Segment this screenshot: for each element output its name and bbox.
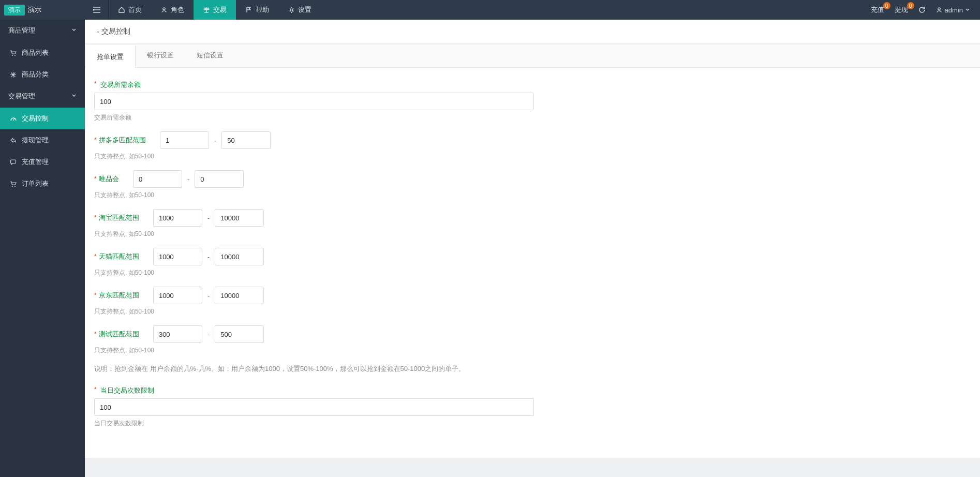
- top-header: 演示 演示 首页角色交易帮助设置 充值 0 提现 0: [0, 0, 980, 20]
- sidebar-item-0-0[interactable]: 商品列表: [0, 42, 85, 64]
- tab-1[interactable]: 银行设置: [136, 44, 185, 67]
- range-min-input[interactable]: [153, 248, 202, 265]
- breadcrumb: » 交易控制: [85, 20, 980, 44]
- range-row-2: *淘宝匹配范围 -只支持整点, 如50-100: [94, 209, 645, 238]
- range-separator: -: [207, 214, 210, 222]
- chevron-down-icon: [71, 28, 77, 33]
- tabs-bar: 抢单设置银行设置短信设置: [85, 44, 980, 68]
- range-min-input[interactable]: [153, 209, 202, 227]
- sidebar-collapse-button[interactable]: [85, 0, 109, 20]
- breadcrumb-chevron-icon: »: [96, 28, 98, 35]
- range-max-input[interactable]: [215, 248, 264, 265]
- nav-item-label: 首页: [128, 5, 142, 14]
- form-area: * 交易所需余额 交易所需余额 *拼多多匹配范围 -只支持整点, 如50-100…: [85, 68, 654, 458]
- content-panel: 抢单设置银行设置短信设置 * 交易所需余额 交易所需余额 *拼多多匹配范围 -只…: [85, 44, 980, 458]
- range-label: 拼多多匹配范围: [99, 136, 146, 145]
- svg-point-6: [12, 186, 13, 187]
- range-min-input[interactable]: [160, 131, 209, 149]
- range-help: 只支持整点, 如50-100: [94, 191, 645, 200]
- chat-icon: [9, 158, 17, 166]
- required-star: *: [94, 80, 97, 87]
- sidebar-item-label: 充值管理: [22, 157, 49, 167]
- refresh-icon: [918, 6, 926, 13]
- range-label: 测试匹配范围: [99, 330, 139, 339]
- range-label: 天猫匹配范围: [99, 252, 139, 261]
- svg-point-1: [290, 9, 292, 11]
- tab-2[interactable]: 短信设置: [185, 44, 235, 67]
- daily-limit-label: 当日交易次数限制: [100, 386, 154, 395]
- sidebar-item-label: 商品列表: [22, 48, 49, 57]
- required-star: *: [94, 175, 97, 183]
- range-help: 只支持整点, 如50-100: [94, 230, 645, 238]
- nav-item-label: 帮助: [256, 5, 269, 14]
- svg-point-0: [163, 8, 165, 10]
- range-max-input[interactable]: [221, 131, 271, 149]
- range-max-input[interactable]: [215, 209, 264, 227]
- top-nav: 首页角色交易帮助设置: [109, 0, 321, 20]
- nav-item-1[interactable]: 角色: [151, 0, 194, 20]
- range-separator: -: [187, 175, 189, 183]
- range-row-5: *测试匹配范围 -只支持整点, 如50-100: [94, 325, 645, 355]
- range-label: 京东匹配范围: [99, 291, 139, 300]
- withdraw-label: 提现: [895, 5, 908, 14]
- range-row-0: *拼多多匹配范围 -只支持整点, 如50-100: [94, 131, 645, 161]
- svg-point-3: [12, 55, 13, 56]
- refresh-button[interactable]: [918, 6, 926, 13]
- gear-icon: [288, 6, 295, 13]
- range-min-input[interactable]: [153, 287, 202, 304]
- sidebar-item-label: 提现管理: [22, 136, 49, 145]
- dash-icon: [9, 115, 17, 122]
- range-max-input[interactable]: [215, 287, 264, 304]
- range-separator: -: [207, 331, 210, 338]
- nav-item-3[interactable]: 帮助: [236, 0, 278, 20]
- user-menu[interactable]: admin: [936, 6, 970, 14]
- range-max-input[interactable]: [215, 325, 264, 343]
- cart-icon: [9, 49, 17, 56]
- balance-input[interactable]: [94, 93, 534, 110]
- chevron-down-icon: [71, 94, 77, 99]
- nav-item-4[interactable]: 设置: [278, 0, 321, 20]
- share-icon: [9, 137, 17, 144]
- tab-0[interactable]: 抢单设置: [85, 45, 136, 68]
- sidebar-group-title-1[interactable]: 交易管理: [0, 85, 85, 108]
- chevron-down-icon: [966, 8, 970, 11]
- nav-item-label: 交易: [213, 5, 227, 14]
- svg-point-4: [14, 55, 16, 56]
- ordercart-icon: [9, 180, 17, 187]
- range-min-input[interactable]: [133, 170, 182, 188]
- range-separator: -: [207, 253, 210, 261]
- breadcrumb-title: 交易控制: [101, 27, 130, 36]
- nav-item-2[interactable]: 交易: [194, 0, 236, 20]
- nav-item-0[interactable]: 首页: [109, 0, 151, 20]
- svg-point-2: [938, 8, 940, 10]
- field-daily-limit: * 当日交易次数限制 当日交易次数限制: [94, 386, 645, 428]
- required-star: *: [94, 331, 97, 338]
- sidebar-item-1-2[interactable]: 充值管理: [0, 151, 85, 173]
- range-max-input[interactable]: [195, 170, 244, 188]
- balance-help: 交易所需余额: [94, 113, 645, 122]
- sidebar-item-1-0[interactable]: 交易控制: [0, 108, 85, 129]
- sidebar-group-title-0[interactable]: 商品管理: [0, 20, 85, 42]
- recharge-link[interactable]: 充值 0: [871, 5, 884, 14]
- daily-limit-input[interactable]: [94, 398, 534, 416]
- sidebar-item-0-1[interactable]: 商品分类: [0, 64, 85, 85]
- sidebar-item-1-3[interactable]: 订单列表: [0, 173, 85, 195]
- range-separator: -: [214, 137, 216, 144]
- range-help: 只支持整点, 如50-100: [94, 152, 645, 161]
- user-icon: [160, 6, 168, 13]
- withdraw-link[interactable]: 提现 0: [895, 5, 908, 14]
- nav-item-label: 设置: [298, 5, 311, 14]
- balance-label: 交易所需余额: [100, 80, 141, 90]
- snow-icon: [9, 71, 17, 78]
- sidebar-item-label: 订单列表: [22, 179, 49, 188]
- range-label: 唯品会: [99, 174, 119, 184]
- scale-icon: [203, 6, 210, 13]
- sidebar-group-label: 商品管理: [8, 26, 35, 35]
- menu-icon: [93, 7, 100, 13]
- range-separator: -: [207, 292, 210, 300]
- required-star: *: [94, 292, 97, 299]
- flag-icon: [245, 6, 253, 13]
- range-row-4: *京东匹配范围 -只支持整点, 如50-100: [94, 287, 645, 316]
- range-min-input[interactable]: [153, 325, 202, 343]
- sidebar-item-1-1[interactable]: 提现管理: [0, 129, 85, 151]
